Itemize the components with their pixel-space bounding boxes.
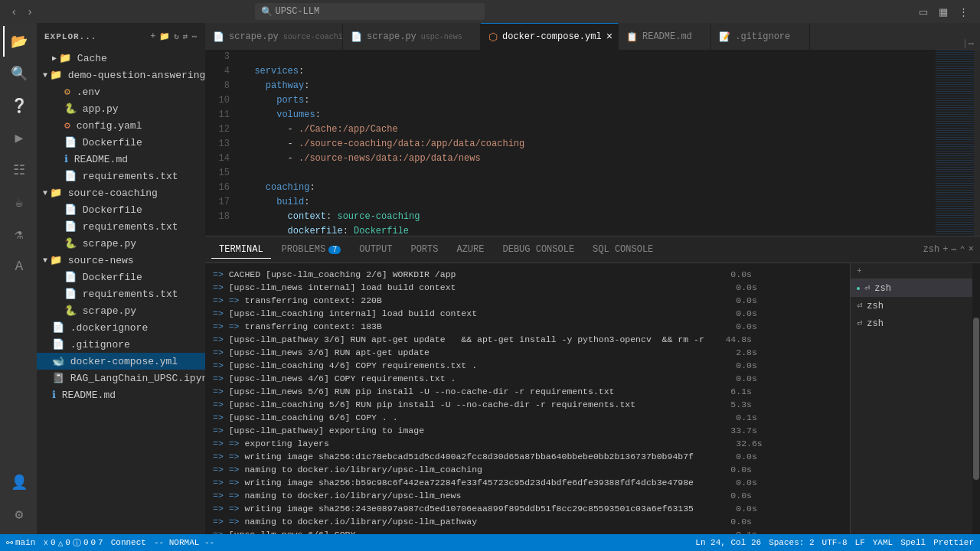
tab-icon: 📝 [719,31,730,43]
folder-arrow-icon: ▶ [52,54,57,63]
sidebar-item-readme2[interactable]: ℹ README.md [37,386,205,403]
spell-status[interactable]: Spell [900,538,926,547]
sidebar-item-sourcenews[interactable]: ▼ 📁 source-news [37,252,205,269]
tab-scrape-coaching[interactable]: 📄 scrape.py source-coaching × [205,23,343,50]
tab-sublabel: uspc-news [421,33,462,41]
sidebar-item-dockercompose[interactable]: 🐋 docker-compose.yml [37,353,205,370]
new-terminal-icon[interactable]: zsh [923,244,940,255]
code-content[interactable]: services: pathway: ports: volumes: - ./C… [236,50,928,236]
split-terminal-icon[interactable]: ⋯ [951,244,956,256]
sidebar-item-apppy[interactable]: 🐍 app.py [37,100,205,117]
terminal-output[interactable]: => CACHED [upsc-llm_coaching 2/6] WORKDI… [205,263,850,534]
tab-docker-compose[interactable]: ⬡ docker-compose.yml × [481,23,619,50]
more-sidebar-icon[interactable]: ⋯ [191,31,198,41]
sidebar-item-dockerfile2[interactable]: 📄 Dockerfile [37,201,205,218]
minimap-content [936,50,974,236]
new-folder-icon[interactable]: 📁 [159,31,171,41]
sidebar-item-readme[interactable]: ℹ README.md [37,151,205,168]
settings-icon[interactable]: ⚙ [3,499,34,530]
tab-label: scrape.py [229,31,279,42]
sidebar-item-dockerignore[interactable]: 📄 .dockerignore [37,319,205,336]
sidebar-item-scrapepy2[interactable]: 🐍 scrape.py [37,302,205,319]
cursor-position[interactable]: Ln 24, Col 26 [695,538,761,547]
ports-tab[interactable]: PORTS [403,241,446,259]
main-layout: 📂 🔍 ❔ ▶ ☷ ☕ ⚗ A 👤 ⚙ EXPLOR... + 📁 ↻ ⇄ ⋯ … [0,23,980,534]
sidebar-item-gitignore[interactable]: 📄 .gitignore [37,336,205,353]
search-bar[interactable]: 🔍 UPSC-LLM [255,3,485,20]
search-icon[interactable]: 🔍 [3,58,34,89]
flask-icon[interactable]: ⚗ [3,219,34,249]
sidebar-item-reqtxt3[interactable]: 📄 requirements.txt [37,285,205,302]
layout-icon[interactable]: ▦ [935,5,952,19]
new-shell-icon[interactable]: + [857,266,862,276]
sidebar-item-env[interactable]: ⚙ .env [37,83,205,100]
extensions-icon[interactable]: ☷ [3,155,34,185]
file-icon: 📄 [64,288,77,300]
terminal-tab[interactable]: TERMINAL [211,241,271,259]
sidebar-item-configyaml[interactable]: ⚙ config.yaml [37,117,205,134]
tab-gitignore[interactable]: 📝 .gitignore × [711,23,809,50]
source-control-icon[interactable]: ❔ [3,90,34,121]
run-icon[interactable]: ▶ [3,122,34,153]
sidebar-item-dockerfile3[interactable]: 📄 Dockerfile [37,269,205,285]
file-icon: 🐋 [52,355,64,367]
editor-scrollbar[interactable] [974,50,980,236]
file-icon: ℹ [52,389,56,401]
tab-scrape-news[interactable]: 📄 scrape.py uspc-news × [343,23,481,50]
language-status[interactable]: YAML [873,538,893,547]
output-tab[interactable]: OUTPUT [351,241,400,259]
tab-close-icon[interactable]: × [606,31,612,43]
explorer-icon[interactable]: 📂 [3,26,34,57]
shell-item-zsh-1[interactable]: ⏎ zsh [851,279,972,297]
spaces-label: Spaces: 2 [769,538,814,547]
sidebar-item-reqtxt2[interactable]: 📄 requirements.txt [37,218,205,235]
more-tabs-icon[interactable]: ⋯ [969,38,974,50]
terminal-scrollbar[interactable] [972,263,980,534]
nav-buttons[interactable]: ‹ › [8,4,36,19]
eol-status[interactable]: LF [855,538,865,547]
terminal-tab-actions: zsh + ⋯ ⌃ × [923,244,974,256]
problems-tab[interactable]: PROBLEMS7 [274,241,349,259]
branch-status[interactable]: ⚯ main [6,538,35,548]
tab-label: scrape.py [367,31,416,42]
sidebar-item-notebook[interactable]: 📓 RAG_LangChain_UPSC.ipynb [37,370,205,386]
hints-count: 0 [90,538,96,547]
terminal-scrollbar-thumb[interactable] [973,318,979,480]
more-icon[interactable]: ⋮ [955,5,972,19]
port-status[interactable]: Connect [111,538,146,547]
split-editor-icon[interactable]: ⎹ [957,39,965,50]
sidebar-header: EXPLOR... + 📁 ↻ ⇄ ⋯ [37,23,205,50]
formatter-status[interactable]: Prettier [933,538,974,547]
spaces-status[interactable]: Spaces: 2 [769,538,814,547]
errors-status[interactable]: ☓ 0 △ 0 ⓘ 0 0 7 [43,537,103,549]
account-icon[interactable]: 👤 [3,467,34,497]
encoding-status[interactable]: UTF-8 [822,538,848,547]
sidebar-item-reqtxt[interactable]: 📄 requirements.txt [37,168,205,184]
add-terminal-icon[interactable]: + [942,244,948,255]
sql-console-tab[interactable]: SQL CONSOLE [585,241,661,259]
close-terminal-icon[interactable]: × [969,244,974,255]
refresh-icon[interactable]: ↻ [174,31,180,41]
sidebar-item-scrapepy[interactable]: 🐍 scrape.py [37,235,205,252]
terminal-shell-list: + ⏎ zsh ⏎ zsh ⏎ zsh [850,263,972,534]
tab-readme[interactable]: 📋 README.md × [619,23,711,50]
sidebar-item-dockerfile[interactable]: 📄 Dockerfile [37,134,205,151]
sidebar-item-sourcecoaching[interactable]: ▼ 📁 source-coaching [37,184,205,201]
back-button[interactable]: ‹ [8,4,21,19]
error-icon: ☓ [43,538,48,548]
azure-tab[interactable]: AZURE [449,241,492,259]
maximize-terminal-icon[interactable]: ⌃ [960,244,965,256]
new-file-icon[interactable]: + [151,31,157,41]
split-editor-icon[interactable]: ▭ [915,5,932,19]
sidebar-item-demo[interactable]: ▼ 📁 demo-question-answering [37,67,205,83]
sidebar-item-cache[interactable]: ▶ 📁 Cache [37,50,205,67]
shell-item-zsh-2[interactable]: ⏎ zsh [851,297,972,315]
forward-button[interactable]: › [24,4,37,19]
collapse-icon[interactable]: ⇄ [183,31,189,41]
port-label: Connect [111,538,146,547]
debug-console-tab[interactable]: DEBUG CONSOLE [495,241,582,259]
problems-badge: 7 [328,246,341,254]
text-icon[interactable]: A [3,251,34,282]
shell-item-zsh-3[interactable]: ⏎ zsh [851,315,972,332]
docker-icon[interactable]: ☕ [3,187,34,217]
